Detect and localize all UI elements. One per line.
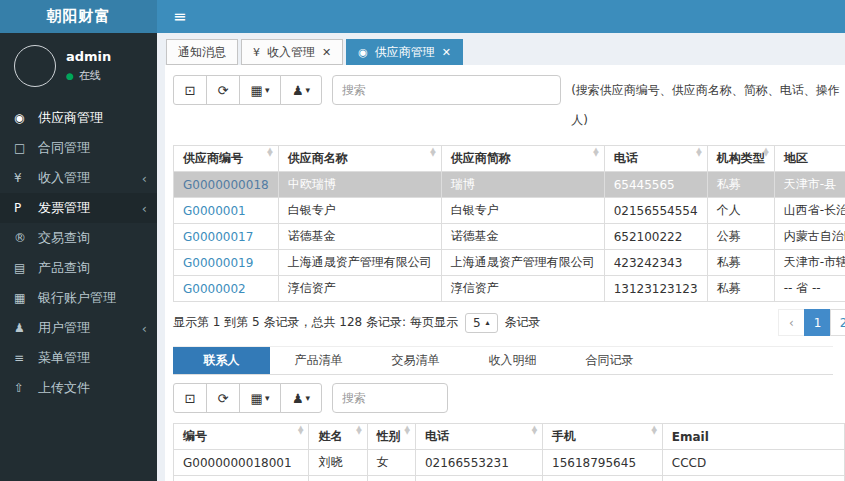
col-supplier-code[interactable]: 供应商编号▲▼ [174,146,279,172]
sidebar-menu: ◉ 供应商管理 □ 合同管理 ¥ 收入管理 ‹ P 发票管理 ‹ ® 交易查 [0,103,157,403]
avatar [14,45,56,87]
col-email[interactable]: Email [662,424,844,450]
sort-icon[interactable]: ▲▼ [651,427,656,435]
export-button[interactable]: ♟▾ [280,383,322,413]
page-button-2[interactable]: 2 [830,309,845,336]
tab-notifications[interactable]: 通知消息 [166,39,238,65]
table-row[interactable]: G0000000018 中欧瑞博 瑞博 65445565 私募 天津市-县 a [174,172,845,198]
user-status: ● 在线 [66,68,111,83]
chevron-left-icon: ‹ [142,201,147,216]
col-org-type[interactable]: 机构类型▲▼ [707,146,774,172]
tab-income[interactable]: ¥ 收入管理 ✕ [241,39,343,65]
table-row[interactable]: G00000019 上海通晟资产管理有限公司 上海通晟资产管理有限公司 4232… [174,250,845,276]
sidebar-item-bank-accounts[interactable]: ▦ 银行账户管理 [0,283,157,313]
tab-product-list[interactable]: 产品清单 [270,347,367,374]
sidebar-item-menus[interactable]: ≡ 菜单管理 [0,343,157,373]
prev-page-button[interactable]: ‹ [778,309,805,336]
contacts-search-input[interactable] [332,383,448,413]
table-row[interactable]: G0000000018002 刘地方 男 0216324324324 18245… [174,476,845,481]
col-phone[interactable]: 电话▲▼ [415,424,542,450]
col-gender[interactable]: 性别▲▼ [367,424,415,450]
sidebar-item-transactions[interactable]: ® 交易查询 [0,223,157,253]
col-mobile[interactable]: 手机▲▼ [543,424,663,450]
col-contact-code[interactable]: 编号▲▼ [174,424,309,450]
tab-contract-records[interactable]: 合同记录 [561,347,658,374]
registered-icon: ® [14,231,38,245]
toggle-view-button[interactable]: ⊡ [173,383,207,413]
sidebar-item-upload[interactable]: ⇧ 上传文件 [0,373,157,403]
toggle-view-icon: ⊡ [185,391,196,406]
toggle-view-icon: ⊡ [185,83,196,98]
sidebar-item-invoices[interactable]: P 发票管理 ‹ [0,193,157,223]
tab-transaction-list[interactable]: 交易清单 [367,347,464,374]
col-region[interactable]: 地区▲▼ [774,146,845,172]
contacts-toolbar: ⊡ ⟳ ▦▾ ♟▾ [173,383,845,413]
supplier-code-link[interactable]: G00000017 [183,230,253,244]
person-icon: ♟ [14,321,38,335]
table-row[interactable]: G00000017 诺德基金 诺德基金 652100222 公募 内蒙古自治区 … [174,224,845,250]
sort-icon[interactable]: ▲▼ [430,149,435,157]
supplier-search-input[interactable] [332,75,561,105]
yen-icon: ¥ [14,171,38,185]
col-supplier-name[interactable]: 供应商名称▲▼ [278,146,441,172]
sidebar-item-suppliers[interactable]: ◉ 供应商管理 [0,103,157,133]
table-row[interactable]: G0000001 白银专户 白银专户 02156554554 个人 山西省-长治… [174,198,845,224]
pagination: ‹ 1 2 [779,309,845,336]
caret-down-icon: ▾ [306,393,311,403]
list-icon: ≡ [14,351,38,365]
refresh-icon: ⟳ [218,391,229,406]
chevron-left-icon: ‹ [142,321,147,336]
tab-income-detail[interactable]: 收入明细 [464,347,561,374]
app-window: 朝阳财富 admin ● 在线 ◉ 供应商管理 □ 合同管理 [0,0,845,481]
col-supplier-short-name[interactable]: 供应商简称▲▼ [441,146,604,172]
export-button[interactable]: ♟▾ [280,75,322,105]
sidebar-item-income[interactable]: ¥ 收入管理 ‹ [0,163,157,193]
sidebar-item-users[interactable]: ♟ 用户管理 ‹ [0,313,157,343]
bank-icon: ▦ [14,291,38,305]
sort-icon[interactable]: ▲▼ [267,149,272,157]
contract-icon: □ [14,141,38,155]
close-icon[interactable]: ✕ [442,46,451,59]
refresh-button[interactable]: ⟳ [206,383,240,413]
hamburger-icon[interactable]: ≡ [173,9,186,25]
toggle-view-button[interactable]: ⊡ [173,75,207,105]
close-icon[interactable]: ✕ [322,46,331,59]
sidebar-item-products[interactable]: ▤ 产品查询 [0,253,157,283]
export-icon: ♟ [292,391,304,406]
supplier-code-link[interactable]: G0000000018 [183,178,269,192]
record-summary: 显示第 1 到第 5 条记录，总共 128 条记录: 每页显示 5 ▴ 条记录 [173,313,541,333]
columns-button[interactable]: ▦▾ [239,75,281,105]
page-size-select[interactable]: 5 ▴ [465,313,498,333]
supplier-code-link[interactable]: G00000019 [183,256,253,270]
sort-icon[interactable]: ▲▼ [356,427,361,435]
product-icon: ▤ [14,261,38,275]
supplier-code-link[interactable]: G0000002 [183,282,246,296]
columns-button[interactable]: ▦▾ [239,383,281,413]
supplier-icon: ◉ [14,111,38,125]
tab-contacts[interactable]: 联系人 [173,347,270,374]
sort-icon[interactable]: ▲▼ [405,427,410,435]
contacts-table: 编号▲▼ 姓名▲▼ 性别▲▼ 电话▲▼ 手机▲▼ Email G00000000… [173,423,845,481]
sidebar-item-contracts[interactable]: □ 合同管理 [0,133,157,163]
top-navbar: ≡ [157,0,845,33]
refresh-icon: ⟳ [218,83,229,98]
supplier-toolbar: ⊡ ⟳ ▦▾ ♟▾ (搜索供应商编号、供应商名称、简称、电话、操作人) [173,75,845,135]
columns-icon: ▦ [251,391,263,406]
refresh-button[interactable]: ⟳ [206,75,240,105]
table-row[interactable]: G0000002 淳信资产 淳信资产 13123123123 私募 -- 省 -… [174,276,845,302]
user-name: admin [66,49,111,64]
sort-icon[interactable]: ▲▼ [696,149,701,157]
table-row[interactable]: G0000000018001 刘晓 女 02166553231 15618795… [174,450,845,476]
supplier-icon: ◉ [358,46,368,59]
columns-icon: ▦ [251,83,263,98]
sort-icon[interactable]: ▲▼ [532,427,537,435]
sort-icon[interactable]: ▲▼ [298,427,303,435]
page-button-1[interactable]: 1 [804,309,831,336]
tab-suppliers[interactable]: ◉ 供应商管理 ✕ [346,39,463,65]
sort-icon[interactable]: ▲▼ [763,149,768,157]
supplier-header-row: 供应商编号▲▼ 供应商名称▲▼ 供应商简称▲▼ 电话▲▼ 机构类型▲▼ 地区▲▼… [174,146,845,172]
col-name[interactable]: 姓名▲▼ [309,424,367,450]
col-phone[interactable]: 电话▲▼ [604,146,707,172]
supplier-code-link[interactable]: G0000001 [183,204,246,218]
sort-icon[interactable]: ▲▼ [593,149,598,157]
